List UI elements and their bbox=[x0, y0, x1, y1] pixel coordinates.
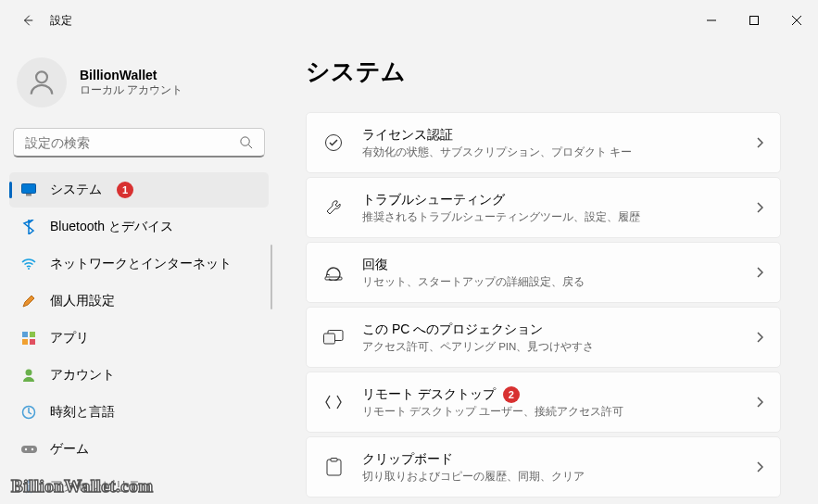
close-icon bbox=[792, 16, 801, 25]
chevron-right-icon bbox=[756, 137, 763, 148]
card-desc: アクセス許可、ペアリング PIN、見つけやすさ bbox=[362, 340, 737, 354]
sidebar-item-label: ゲーム bbox=[50, 441, 89, 458]
nav-list: システム 1 Bluetooth とデバイス ネットワークとインターネット 個人… bbox=[9, 172, 269, 504]
sidebar-item-bluetooth[interactable]: Bluetooth とデバイス bbox=[9, 209, 269, 245]
svg-rect-12 bbox=[21, 446, 37, 453]
watermark: BillionWallet.com bbox=[11, 476, 154, 497]
svg-point-5 bbox=[28, 268, 30, 270]
sidebar-item-time-language[interactable]: 時刻と言語 bbox=[9, 395, 269, 430]
svg-point-1 bbox=[36, 71, 47, 82]
window-title: 設定 bbox=[50, 13, 72, 29]
chevron-right-icon bbox=[756, 267, 763, 278]
user-type: ローカル アカウント bbox=[80, 82, 182, 98]
settings-cards: ライセンス認証有効化の状態、サブスクリプション、プロダクト キー トラブルシュー… bbox=[306, 112, 781, 498]
avatar bbox=[17, 57, 67, 107]
apps-icon bbox=[20, 330, 37, 346]
minimize-icon bbox=[707, 16, 716, 25]
card-title: ライセンス認証 bbox=[362, 127, 453, 144]
accounts-icon bbox=[20, 367, 37, 384]
wrench-icon bbox=[323, 198, 344, 217]
user-name: BillionWallet bbox=[80, 68, 182, 82]
sidebar-item-network[interactable]: ネットワークとインターネット bbox=[9, 246, 269, 282]
maximize-button[interactable] bbox=[733, 6, 775, 35]
content: システム ライセンス認証有効化の状態、サブスクリプション、プロダクト キー トラ… bbox=[278, 41, 818, 504]
sidebar-item-accounts[interactable]: アカウント bbox=[9, 358, 269, 393]
sidebar-item-apps[interactable]: アプリ bbox=[9, 321, 269, 356]
user-info: BillionWallet ローカル アカウント bbox=[80, 68, 182, 98]
annotation-badge: 2 bbox=[503, 386, 520, 403]
wifi-icon bbox=[20, 256, 37, 272]
sidebar-item-personalization[interactable]: 個人用設定 bbox=[9, 284, 269, 319]
svg-rect-21 bbox=[331, 459, 337, 462]
card-remote-desktop[interactable]: リモート デスクトップ2リモート デスクトップ ユーザー、接続アクセス許可 bbox=[306, 372, 781, 433]
card-title: この PC へのプロジェクション bbox=[362, 321, 543, 338]
clock-globe-icon bbox=[20, 404, 37, 421]
card-title: リモート デスクトップ bbox=[362, 386, 496, 403]
clipboard-icon bbox=[323, 458, 344, 476]
search-input[interactable] bbox=[25, 135, 239, 150]
page-title: システム bbox=[306, 56, 781, 88]
sidebar-item-label: ネットワークとインターネット bbox=[50, 256, 232, 272]
svg-rect-4 bbox=[26, 194, 31, 196]
card-title: 回復 bbox=[362, 257, 388, 273]
arrow-left-icon bbox=[21, 14, 34, 27]
gaming-icon bbox=[20, 441, 37, 458]
sidebar-item-system[interactable]: システム 1 bbox=[9, 172, 269, 208]
card-title: クリップボード bbox=[362, 451, 453, 468]
search-box[interactable] bbox=[13, 128, 265, 158]
recovery-icon bbox=[323, 264, 344, 281]
window-controls bbox=[690, 6, 818, 35]
card-projecting[interactable]: この PC へのプロジェクションアクセス許可、ペアリング PIN、見つけやすさ bbox=[306, 307, 781, 368]
svg-rect-19 bbox=[324, 334, 335, 344]
scrollbar-thumb[interactable] bbox=[271, 245, 272, 309]
check-circle-icon bbox=[323, 133, 344, 152]
svg-rect-8 bbox=[22, 339, 28, 345]
chevron-right-icon bbox=[756, 461, 763, 472]
sidebar-item-label: 個人用設定 bbox=[50, 293, 115, 309]
system-icon bbox=[20, 182, 37, 198]
card-desc: リセット、スタートアップの詳細設定、戻る bbox=[362, 275, 737, 289]
remote-desktop-icon bbox=[323, 394, 344, 410]
svg-rect-17 bbox=[325, 277, 342, 280]
card-troubleshoot[interactable]: トラブルシューティング推奨されるトラブルシューティングツール、設定、履歴 bbox=[306, 177, 781, 238]
person-icon bbox=[26, 67, 57, 98]
chevron-right-icon bbox=[756, 332, 763, 343]
projecting-icon bbox=[323, 330, 344, 345]
sidebar-item-label: アカウント bbox=[50, 367, 115, 384]
card-recovery[interactable]: 回復リセット、スタートアップの詳細設定、戻る bbox=[306, 242, 781, 303]
close-button[interactable] bbox=[775, 6, 818, 35]
sidebar-item-label: システム bbox=[50, 182, 102, 198]
sidebar: BillionWallet ローカル アカウント システム 1 Bluetoot… bbox=[0, 41, 278, 504]
sidebar-item-label: 時刻と言語 bbox=[50, 404, 115, 421]
brush-icon bbox=[20, 293, 37, 309]
bluetooth-icon bbox=[20, 219, 37, 235]
svg-rect-9 bbox=[30, 339, 35, 345]
chevron-right-icon bbox=[756, 397, 763, 408]
sidebar-item-label: Bluetooth とデバイス bbox=[50, 219, 173, 235]
svg-point-10 bbox=[26, 370, 32, 376]
svg-point-2 bbox=[241, 137, 249, 145]
svg-rect-20 bbox=[327, 460, 341, 475]
card-clipboard[interactable]: クリップボード切り取りおよびコピーの履歴、同期、クリア bbox=[306, 436, 781, 498]
svg-rect-3 bbox=[22, 184, 36, 194]
svg-rect-6 bbox=[22, 332, 28, 337]
sidebar-item-label: アプリ bbox=[50, 330, 89, 346]
minimize-button[interactable] bbox=[690, 6, 733, 35]
annotation-badge: 1 bbox=[117, 182, 133, 198]
svg-rect-7 bbox=[30, 332, 35, 337]
back-button[interactable] bbox=[17, 9, 39, 32]
maximize-icon bbox=[749, 16, 759, 25]
user-block[interactable]: BillionWallet ローカル アカウント bbox=[9, 41, 269, 128]
svg-point-14 bbox=[31, 448, 32, 450]
sidebar-item-gaming[interactable]: ゲーム bbox=[9, 432, 269, 467]
card-desc: 推奨されるトラブルシューティングツール、設定、履歴 bbox=[362, 210, 737, 224]
card-title: トラブルシューティング bbox=[362, 192, 505, 208]
chevron-right-icon bbox=[756, 202, 763, 213]
svg-point-13 bbox=[24, 448, 26, 450]
search-icon bbox=[239, 135, 253, 149]
card-desc: 有効化の状態、サブスクリプション、プロダクト キー bbox=[362, 145, 737, 159]
card-activation[interactable]: ライセンス認証有効化の状態、サブスクリプション、プロダクト キー bbox=[306, 112, 781, 173]
titlebar: 設定 bbox=[0, 0, 818, 41]
card-desc: リモート デスクトップ ユーザー、接続アクセス許可 bbox=[362, 405, 737, 419]
svg-rect-0 bbox=[750, 17, 759, 25]
